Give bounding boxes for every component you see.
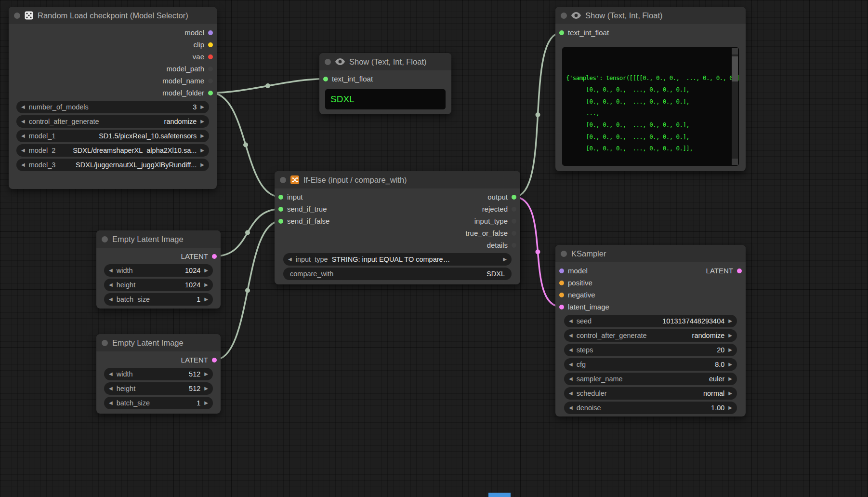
widget-number-of-models[interactable]: ◀ number_of_models 3 ▶ — [16, 101, 209, 113]
node-random-load-checkpoint[interactable]: Random Load checkpoint (Model Selector) … — [9, 7, 217, 189]
input-slot-input[interactable]: input — [278, 191, 403, 203]
slot-dot[interactable] — [323, 77, 328, 81]
output-slot-model-folder[interactable]: model_folder — [13, 87, 213, 99]
node-header[interactable]: Empty Latent Image — [96, 230, 221, 248]
link-midpoint-dot[interactable] — [243, 143, 248, 148]
node-header[interactable]: KSampler — [555, 245, 746, 262]
node-header[interactable]: Show (Text, Int, Float) — [555, 7, 746, 24]
scroll-down-button[interactable] — [732, 159, 738, 165]
input-slot-text-int-float[interactable]: text_int_float — [559, 27, 742, 39]
decrement-arrow-icon[interactable]: ◀ — [569, 333, 573, 338]
slot-dot[interactable] — [208, 30, 213, 35]
link-midpoint-dot[interactable] — [265, 83, 270, 88]
slot-dot[interactable] — [737, 269, 742, 273]
widget-width[interactable]: ◀ width 1024 ▶ — [104, 264, 213, 277]
node-if-else[interactable]: If-Else (input / compare_with) input sen… — [275, 171, 520, 284]
widget-width[interactable]: ◀ width 512 ▶ — [104, 368, 213, 380]
increment-arrow-icon[interactable]: ▶ — [728, 391, 732, 396]
output-slot-latent[interactable]: LATENT — [100, 354, 217, 366]
node-header[interactable]: Show (Text, Int, Float) — [319, 53, 451, 70]
decrement-arrow-icon[interactable]: ◀ — [109, 297, 113, 302]
slot-dot[interactable] — [278, 219, 283, 224]
collapse-dot[interactable] — [280, 177, 286, 183]
decrement-arrow-icon[interactable]: ◀ — [109, 282, 113, 287]
increment-arrow-icon[interactable]: ▶ — [200, 105, 204, 109]
decrement-arrow-icon[interactable]: ◀ — [109, 268, 113, 273]
slot-dot[interactable] — [512, 231, 516, 236]
slot-dot[interactable] — [208, 91, 213, 95]
input-slot-send-if-true[interactable]: send_if_true — [278, 203, 403, 215]
increment-arrow-icon[interactable]: ▶ — [200, 148, 204, 153]
slot-dot[interactable] — [208, 54, 213, 59]
widget-denoise[interactable]: ◀ denoise 1.00 ▶ — [564, 402, 737, 414]
output-slot-model-name[interactable]: model_name — [13, 75, 213, 87]
slot-dot[interactable] — [559, 305, 564, 309]
slot-dot[interactable] — [512, 219, 516, 224]
output-slot-input-type[interactable]: input_type — [403, 215, 516, 227]
slot-dot[interactable] — [278, 195, 283, 200]
output-slot-true-or-false[interactable]: true_or_false — [403, 227, 516, 239]
decrement-arrow-icon[interactable]: ◀ — [109, 372, 113, 376]
decrement-arrow-icon[interactable]: ◀ — [21, 119, 25, 124]
widget-batch-size[interactable]: ◀ batch_size 1 ▶ — [104, 293, 213, 306]
decrement-arrow-icon[interactable]: ◀ — [21, 105, 25, 109]
collapse-dot[interactable] — [325, 59, 331, 65]
slot-dot[interactable] — [559, 281, 564, 285]
slot-dot[interactable] — [512, 195, 516, 200]
node-graph-canvas[interactable]: { "ui": { "arrow_left": "◀", "arrow_righ… — [0, 0, 868, 497]
link-midpoint-dot[interactable] — [536, 250, 540, 255]
decrement-arrow-icon[interactable]: ◀ — [21, 134, 25, 138]
scrollbar-thumb[interactable] — [732, 56, 738, 81]
input-slot-latent-image[interactable]: latent_image — [559, 301, 655, 313]
decrement-arrow-icon[interactable]: ◀ — [21, 148, 25, 153]
decrement-arrow-icon[interactable]: ◀ — [569, 348, 573, 352]
decrement-arrow-icon[interactable]: ◀ — [21, 162, 25, 167]
increment-arrow-icon[interactable]: ▶ — [728, 405, 732, 410]
input-slot-text-int-float[interactable]: text_int_float — [323, 73, 447, 85]
slot-dot[interactable] — [212, 254, 217, 259]
node-ksampler[interactable]: KSampler model positive negative latent_… — [555, 245, 746, 416]
output-slot-output[interactable]: output — [403, 191, 516, 203]
slot-dot[interactable] — [208, 42, 213, 47]
increment-arrow-icon[interactable]: ▶ — [200, 119, 204, 124]
collapse-dot[interactable] — [102, 236, 108, 242]
slot-dot[interactable] — [512, 207, 516, 212]
decrement-arrow-icon[interactable]: ◀ — [109, 401, 113, 405]
decrement-arrow-icon[interactable]: ◀ — [109, 386, 113, 391]
widget-scheduler[interactable]: ◀ scheduler normal ▶ — [564, 387, 737, 400]
output-slot-latent[interactable]: LATENT — [655, 265, 742, 277]
increment-arrow-icon[interactable]: ▶ — [204, 386, 208, 391]
node-show-large[interactable]: Show (Text, Int, Float) text_int_float {… — [555, 7, 746, 171]
widget-cfg[interactable]: ◀ cfg 8.0 ▶ — [564, 358, 737, 371]
node-empty-latent-1[interactable]: Empty Latent Image LATENT ◀ width 1024 ▶… — [96, 230, 221, 309]
widget-model-3[interactable]: ◀ model_3 SDXL/juggernautXL_juggXlByRund… — [16, 159, 209, 171]
widget-model-2[interactable]: ◀ model_2 SDXL/dreamshaperXL_alpha2Xl10.… — [16, 144, 209, 157]
decrement-arrow-icon[interactable]: ◀ — [569, 376, 573, 381]
output-slot-model[interactable]: model — [13, 27, 213, 39]
slot-dot[interactable] — [559, 30, 564, 35]
node-header[interactable]: Empty Latent Image — [96, 334, 221, 351]
output-slot-latent[interactable]: LATENT — [100, 250, 217, 262]
collapse-dot[interactable] — [14, 13, 20, 19]
show-text-display[interactable]: SDXL — [325, 89, 446, 109]
increment-arrow-icon[interactable]: ▶ — [204, 372, 208, 376]
slot-dot[interactable] — [208, 67, 213, 71]
widget-height[interactable]: ◀ height 1024 ▶ — [104, 279, 213, 291]
node-show-small[interactable]: Show (Text, Int, Float) text_int_float S… — [319, 53, 451, 114]
increment-arrow-icon[interactable]: ▶ — [728, 362, 732, 367]
decrement-arrow-icon[interactable]: ◀ — [569, 319, 573, 323]
collapse-dot[interactable] — [561, 13, 567, 19]
widget-batch-size[interactable]: ◀ batch_size 1 ▶ — [104, 397, 213, 409]
increment-arrow-icon[interactable]: ▶ — [204, 282, 208, 287]
increment-arrow-icon[interactable]: ▶ — [503, 257, 507, 262]
node-header[interactable]: If-Else (input / compare_with) — [275, 171, 520, 188]
slot-dot[interactable] — [212, 358, 217, 363]
increment-arrow-icon[interactable]: ▶ — [204, 297, 208, 302]
collapse-dot[interactable] — [561, 251, 567, 257]
link-midpoint-dot[interactable] — [536, 112, 540, 117]
decrement-arrow-icon[interactable]: ◀ — [569, 391, 573, 396]
widget-input-type[interactable]: ◀ input_type STRING: input EQUAL TO comp… — [283, 253, 512, 266]
increment-arrow-icon[interactable]: ▶ — [728, 319, 732, 323]
increment-arrow-icon[interactable]: ▶ — [204, 401, 208, 405]
widget-steps[interactable]: ◀ steps 20 ▶ — [564, 344, 737, 356]
